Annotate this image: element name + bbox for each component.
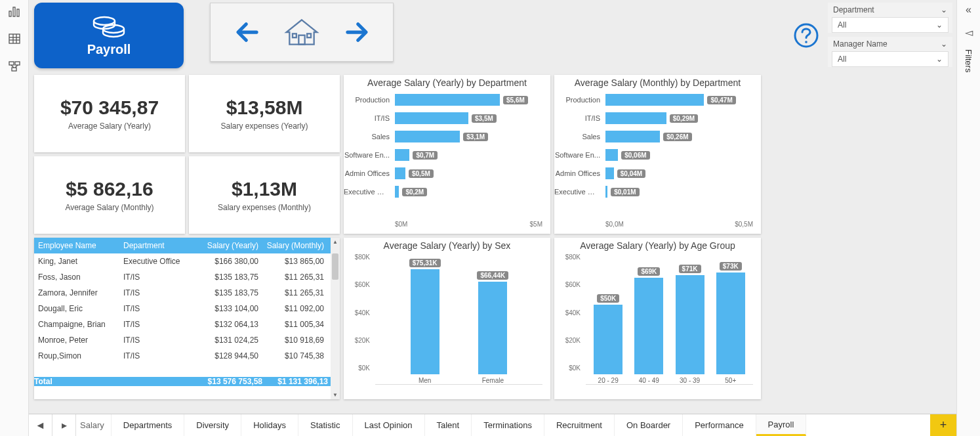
manager-slicer[interactable]: Manager Name⌄ All⌄: [828, 37, 952, 67]
table-row[interactable]: Foss, JasonIT/IS$135 183,75$11 265,31: [34, 269, 331, 285]
kpi-avg-salary-yearly[interactable]: $70 345,87Average Salary (Yearly): [34, 75, 185, 152]
bar[interactable]: [605, 167, 614, 179]
filters-rail[interactable]: « ◅ Filters: [956, 0, 980, 436]
bar-category-label: Female: [482, 377, 504, 384]
svg-rect-9: [15, 62, 20, 65]
bar-category-label: 30 - 39: [680, 377, 700, 384]
bar-value-label: $0,06M: [621, 151, 649, 160]
department-slicer-value: All: [838, 20, 846, 30]
department-slicer-label: Department: [833, 5, 874, 14]
tab-salary[interactable]: Salary: [76, 414, 112, 436]
bar-category-label: IT/IS: [344, 114, 392, 122]
bar-value-label: $0,01M: [611, 188, 639, 196]
bar[interactable]: [634, 278, 663, 374]
svg-marker-16: [287, 20, 317, 44]
tab-terminations[interactable]: Terminations: [472, 414, 544, 436]
tab-statistic[interactable]: Statistic: [298, 414, 353, 436]
chevron-down-icon: ⌄: [941, 5, 947, 14]
tab-performance[interactable]: Performance: [683, 414, 756, 436]
bar[interactable]: [594, 305, 623, 374]
bar-category-label: Executive Of...: [344, 188, 392, 196]
table-row[interactable]: Champaigne, BrianIT/IS$132 064,13$11 005…: [34, 316, 331, 332]
bar[interactable]: [716, 272, 745, 374]
payroll-title: Payroll: [87, 42, 131, 57]
data-view-icon[interactable]: [7, 32, 22, 46]
report-view-icon[interactable]: [7, 4, 22, 18]
slicer-panel: Department⌄ All⌄ Manager Name⌄ All⌄: [828, 3, 952, 71]
kpi-salary-expenses-yearly[interactable]: $13,58MSalary expenses (Yearly): [189, 75, 340, 152]
bar-category-label: Software En...: [344, 151, 392, 159]
chevron-down-icon[interactable]: ⌄: [936, 54, 943, 64]
table-row[interactable]: Roup,SimonIT/IS$128 944,50$10 745,38: [34, 348, 331, 364]
nav-box: [210, 3, 394, 62]
tab-scroll-left[interactable]: ◄: [29, 414, 52, 436]
bar-value-label: $0,04M: [617, 169, 645, 178]
bar-category-label: Software En...: [554, 151, 603, 159]
collapse-icon[interactable]: «: [966, 4, 971, 16]
bar[interactable]: [605, 94, 704, 106]
tab-scroll-right[interactable]: ▸: [52, 414, 76, 436]
bar-value-label: $0,2M: [402, 188, 427, 196]
svg-rect-3: [9, 34, 20, 43]
tab-last-opinion[interactable]: Last Opinion: [353, 414, 425, 436]
kpi-grid: $70 345,87Average Salary (Yearly) $13,58…: [34, 75, 340, 234]
manager-slicer-label: Manager Name: [833, 39, 888, 49]
view-switcher-rail: [0, 0, 29, 436]
nav-arrow-icon[interactable]: ◅: [965, 26, 973, 39]
tab-diversity[interactable]: Diversity: [184, 414, 241, 436]
tab-departments[interactable]: Departments: [112, 414, 184, 436]
table-scrollbar[interactable]: ▲ ▼: [331, 238, 340, 399]
bar[interactable]: [605, 112, 666, 124]
bar-category-label: Men: [419, 377, 431, 384]
bar-value-label: $75,31K: [409, 259, 441, 267]
bar-category-label: Admin Offices: [344, 169, 392, 177]
tab-holidays[interactable]: Holidays: [241, 414, 298, 436]
bar[interactable]: [411, 269, 439, 374]
chart-avg-salary-sex[interactable]: Average Salary (Yearly) by Sex $80K$60K$…: [344, 238, 550, 399]
bar-category-label: 50+: [725, 377, 736, 384]
model-view-icon[interactable]: [7, 59, 22, 74]
bar[interactable]: [395, 149, 409, 161]
nav-forward-icon[interactable]: [343, 18, 371, 46]
svg-rect-1: [13, 7, 15, 16]
table-row[interactable]: Monroe, PeterIT/IS$131 024,25$10 918,69: [34, 332, 331, 348]
bar-category-label: IT/IS: [554, 114, 603, 122]
bar[interactable]: [395, 131, 460, 142]
tab-payroll[interactable]: Payroll: [756, 414, 807, 436]
chart-avg-salary-monthly-dept[interactable]: Average Salary (Monthly) by Department P…: [554, 75, 761, 234]
bar[interactable]: [605, 131, 660, 142]
kpi-salary-expenses-monthly[interactable]: $1,13MSalary expenses (Monthly): [189, 156, 340, 234]
help-icon[interactable]: [792, 22, 820, 49]
bar[interactable]: [605, 186, 607, 198]
payroll-tile[interactable]: Payroll: [34, 3, 184, 68]
filters-label: Filters: [964, 49, 973, 72]
bar-value-label: $0,7M: [413, 151, 438, 160]
bar[interactable]: [395, 167, 405, 179]
bar[interactable]: [676, 275, 704, 374]
bar[interactable]: [605, 149, 618, 161]
nav-back-icon[interactable]: [234, 18, 261, 46]
tab-talent[interactable]: Talent: [425, 414, 472, 436]
bar[interactable]: [395, 94, 500, 106]
chart-avg-salary-age[interactable]: Average Salary (Yearly) by Age Group $80…: [554, 238, 761, 399]
chart-avg-salary-yearly-dept[interactable]: Average Salary (Yearly) by Department Pr…: [344, 75, 550, 234]
svg-rect-2: [17, 9, 19, 16]
table-row[interactable]: Zamora, JenniferIT/IS$135 183,75$11 265,…: [34, 285, 331, 301]
table-row[interactable]: Dougall, EricIT/IS$133 104,00$11 092,00: [34, 301, 331, 316]
nav-home-icon[interactable]: [283, 16, 320, 48]
bar[interactable]: [395, 112, 468, 124]
bar-value-label: $0,29M: [670, 114, 698, 123]
bar-value-label: $50K: [597, 294, 619, 303]
chevron-down-icon[interactable]: ⌄: [936, 20, 943, 30]
bar-value-label: $73K: [720, 262, 742, 271]
add-page-button[interactable]: +: [930, 414, 956, 436]
kpi-avg-salary-monthly[interactable]: $5 862,16Average Salary (Monthly): [34, 156, 185, 234]
tab-recruitment[interactable]: Recruitment: [544, 414, 615, 436]
bar[interactable]: [478, 282, 507, 374]
department-slicer[interactable]: Department⌄ All⌄: [828, 3, 952, 33]
bar-value-label: $3,5M: [472, 114, 497, 123]
employee-salary-table[interactable]: Employee Name Department Salary (Yearly)…: [34, 238, 340, 399]
tab-on-boarder[interactable]: On Boarder: [615, 414, 683, 436]
table-row[interactable]: King, JanetExecutive Office$166 380,00$1…: [34, 253, 331, 269]
bar[interactable]: [395, 186, 399, 198]
